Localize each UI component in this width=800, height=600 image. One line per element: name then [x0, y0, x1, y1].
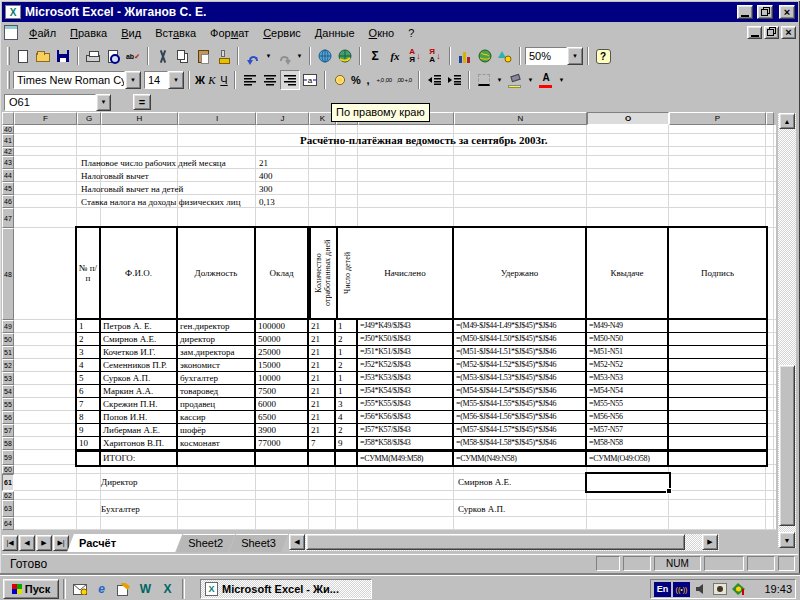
table-cell[interactable]: 6000	[256, 398, 309, 410]
table-cell[interactable]: Подпись	[669, 228, 766, 318]
table-cell[interactable]: =(M56-$J$44-L56*$J$45)*$J$46	[454, 411, 587, 423]
table-cell[interactable]: ИТОГО:	[101, 452, 178, 465]
toolbar-grip[interactable]	[7, 47, 10, 65]
format-painter-button[interactable]	[213, 46, 233, 66]
excel-task-button[interactable]: X Microsoft Excel - Жи...	[200, 579, 372, 599]
paste-button[interactable]	[193, 46, 213, 66]
horizontal-scrollbar[interactable]: ◀ ▶	[289, 534, 719, 551]
table-cell[interactable]: =J49*K49/$J$43	[358, 320, 454, 332]
column-header-P[interactable]: P	[669, 112, 766, 125]
vertical-scroll-thumb[interactable]	[779, 365, 795, 526]
row-header-41[interactable]: 41	[2, 134, 14, 147]
font-color-button[interactable]: А	[536, 70, 556, 90]
tab-first-button[interactable]: |◀	[2, 535, 18, 551]
currency-button[interactable]	[330, 70, 350, 90]
horizontal-scroll-thumb[interactable]	[306, 534, 685, 550]
align-center-button[interactable]	[260, 70, 280, 90]
row-header-40[interactable]: 40	[2, 125, 14, 134]
column-header-O[interactable]: O	[587, 112, 669, 125]
table-cell[interactable]: =M56-N56	[587, 411, 669, 423]
table-cell[interactable]: =J50*K50/$J$43	[358, 333, 454, 345]
table-cell[interactable]: Смирнов А.Е.	[101, 333, 178, 345]
align-left-button[interactable]	[240, 70, 260, 90]
table-cell[interactable]	[256, 452, 309, 465]
worksheet-grid[interactable]: Расчётно-платёжная ведомость за сентябрь…	[14, 125, 776, 530]
autosum-button[interactable]: Σ	[365, 46, 385, 66]
row-header-51[interactable]: 51	[2, 346, 14, 359]
help-button[interactable]: ?	[593, 46, 613, 66]
bold-button[interactable]: Ж	[194, 70, 206, 90]
scroll-left-icon[interactable]: ◀	[289, 534, 305, 550]
tab-sheet2[interactable]: Sheet2	[176, 534, 235, 552]
row-header-44[interactable]: 44	[2, 169, 14, 182]
borders-button[interactable]	[474, 70, 494, 90]
row-header-64[interactable]: 64	[2, 517, 14, 530]
table-cell[interactable]: 10	[77, 437, 101, 449]
row-header-42[interactable]: 42	[2, 147, 14, 156]
tab-sheet3[interactable]: Sheet3	[229, 534, 288, 552]
scroll-right-icon[interactable]: ▶	[702, 534, 718, 550]
table-cell[interactable]	[77, 452, 101, 465]
row-header-49[interactable]: 49	[2, 320, 14, 333]
table-cell[interactable]: Скрежин П.Н.	[101, 398, 178, 410]
column-header-partial[interactable]	[766, 112, 774, 125]
volume-tray-icon[interactable]	[692, 582, 709, 597]
table-cell[interactable]: 5	[77, 372, 101, 384]
table-cell[interactable]: =M52-N52	[587, 359, 669, 371]
fill-color-dropdown[interactable]: ▼	[525, 70, 536, 90]
table-cell[interactable]: Харитонов В.П.	[101, 437, 178, 449]
table-cell[interactable]: 2	[77, 333, 101, 345]
menu-item-6[interactable]: Данные	[308, 24, 362, 42]
table-cell[interactable]: 1	[336, 346, 358, 358]
copy-button[interactable]	[173, 46, 193, 66]
table-cell[interactable]: 1	[336, 385, 358, 397]
zoom-value[interactable]: 50%	[525, 47, 567, 65]
table-cell[interactable]	[669, 320, 766, 332]
table-cell[interactable]: 3900	[256, 424, 309, 436]
table-cell[interactable]: =J52*K52/$J$43	[358, 359, 454, 371]
table-cell[interactable]: =J56*K56/$J$43	[358, 411, 454, 423]
row-header-45[interactable]: 45	[2, 182, 14, 195]
table-cell[interactable]: =J51*K51/$J$43	[358, 346, 454, 358]
cut-button[interactable]	[153, 46, 173, 66]
table-cell[interactable]: =J58*K58/$J$43	[358, 437, 454, 449]
web-toolbar-button[interactable]	[335, 46, 355, 66]
row-header-50[interactable]: 50	[2, 333, 14, 346]
drawing-button[interactable]	[495, 46, 515, 66]
table-cell[interactable]: 10000	[256, 372, 309, 384]
row-header-43[interactable]: 43	[2, 156, 14, 169]
print-button[interactable]	[83, 46, 103, 66]
table-cell[interactable]: =J54*K54/$J$43	[358, 385, 454, 397]
table-cell[interactable]: =СУММ(M49:M58)	[358, 452, 454, 465]
undo-button[interactable]	[243, 46, 263, 66]
name-box[interactable]: O61	[4, 94, 96, 111]
excel-app-icon[interactable]: X	[5, 5, 21, 19]
tab-raschet-zarplaty[interactable]: Расчёт зарплаты	[67, 534, 182, 552]
table-cell[interactable]: Попов И.Н.	[101, 411, 178, 423]
table-cell[interactable]: 7500	[256, 385, 309, 397]
table-cell[interactable]: 21	[309, 359, 336, 371]
table-cell[interactable]: =J53*K53/$J$43	[358, 372, 454, 384]
undo-dropdown[interactable]: ▼	[263, 46, 274, 66]
print-preview-button[interactable]	[103, 46, 123, 66]
table-cell[interactable]: 1	[336, 320, 358, 332]
table-cell[interactable]: 9	[336, 437, 358, 449]
table-cell[interactable]	[336, 452, 358, 465]
table-cell[interactable]: 4	[77, 359, 101, 371]
radio-tray-icon[interactable]: ((•))	[673, 582, 690, 597]
font-combo[interactable]: Times New Roman Cyr ▼	[13, 71, 141, 89]
toolbar-grip[interactable]	[7, 71, 10, 89]
zoom-combo[interactable]: 50% ▼	[525, 47, 583, 65]
increase-indent-button[interactable]	[444, 70, 464, 90]
table-cell[interactable]: 21	[309, 385, 336, 397]
save-button[interactable]	[53, 46, 73, 66]
table-cell[interactable]: 6500	[256, 411, 309, 423]
table-cell[interactable]: 4	[336, 411, 358, 423]
table-cell[interactable]: 21	[309, 398, 336, 410]
table-cell[interactable]: 21	[309, 411, 336, 423]
row-header-54[interactable]: 54	[2, 385, 14, 398]
increase-decimal-button[interactable]: +,0 ,00	[374, 70, 394, 90]
table-cell[interactable]: 21	[309, 333, 336, 345]
menu-item-1[interactable]: Правка	[63, 24, 114, 42]
table-cell[interactable]: 9	[77, 424, 101, 436]
